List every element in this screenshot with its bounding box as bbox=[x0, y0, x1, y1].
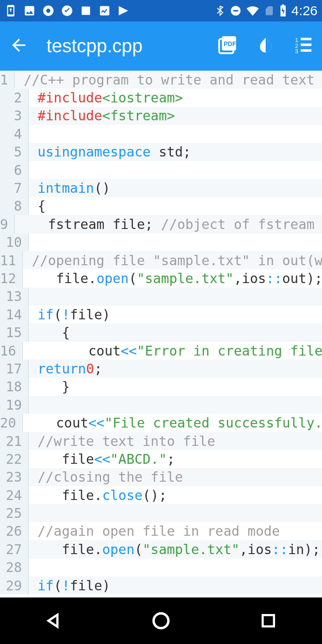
check-circle-icon bbox=[61, 4, 73, 17]
nav-back-button[interactable] bbox=[40, 607, 67, 634]
code-line[interactable]: 19 bbox=[0, 396, 322, 414]
code-content[interactable] bbox=[29, 161, 322, 179]
circle-home-icon bbox=[151, 611, 171, 631]
chart-icon bbox=[98, 4, 111, 17]
line-number: 19 bbox=[0, 396, 29, 414]
code-content[interactable]: #include <fstream> bbox=[29, 107, 322, 125]
line-number: 17 bbox=[0, 360, 29, 377]
code-line[interactable]: 23 //closing the file bbox=[0, 468, 322, 486]
code-line[interactable]: 25 bbox=[0, 504, 322, 522]
code-editor[interactable]: 1//C++ program to write and read text in… bbox=[0, 71, 322, 597]
code-line[interactable]: 18 } bbox=[0, 378, 322, 396]
battery-charging-icon bbox=[279, 4, 287, 17]
code-content[interactable]: //write text into file bbox=[29, 432, 322, 450]
svg-rect-17 bbox=[301, 49, 312, 52]
code-content[interactable]: if(!file) bbox=[29, 305, 322, 323]
code-line[interactable]: 16 cout<<"Error in creating file!!! bbox=[0, 342, 322, 360]
line-number: 22 bbox=[0, 450, 29, 468]
code-line[interactable]: 2#include <iostream> bbox=[0, 89, 322, 106]
bluetooth-icon bbox=[215, 5, 225, 16]
code-content[interactable] bbox=[29, 396, 322, 414]
svg-rect-8 bbox=[282, 4, 284, 5]
code-content[interactable] bbox=[29, 233, 322, 251]
back-button[interactable] bbox=[9, 35, 29, 57]
code-line[interactable]: 13 bbox=[0, 288, 322, 305]
line-number: 24 bbox=[0, 486, 29, 504]
line-number: 15 bbox=[0, 323, 29, 341]
line-number: 29 bbox=[0, 576, 29, 594]
svg-rect-16 bbox=[301, 43, 312, 46]
code-line[interactable]: 7int main() bbox=[0, 179, 322, 197]
svg-text:3: 3 bbox=[295, 48, 298, 55]
code-content[interactable]: file.open("sample.txt",ios::in); bbox=[29, 540, 322, 558]
code-content[interactable]: int main() bbox=[29, 179, 322, 197]
code-content[interactable]: fstream file; //object of fstream cl bbox=[15, 215, 322, 233]
theme-button[interactable] bbox=[256, 35, 275, 57]
code-line[interactable]: 12 file.open("sample.txt",ios::out); bbox=[0, 269, 322, 287]
file-title: testcpp.cpp bbox=[47, 35, 216, 57]
code-line[interactable]: 28 bbox=[0, 559, 322, 576]
line-number: 13 bbox=[0, 288, 29, 305]
wifi-icon bbox=[246, 4, 259, 17]
code-line[interactable]: 26 //again open file in read mode bbox=[0, 522, 322, 540]
code-content[interactable]: using namespace std; bbox=[29, 143, 322, 161]
line-number: 12 bbox=[0, 269, 23, 287]
status-left-icons bbox=[4, 4, 130, 17]
code-content[interactable] bbox=[29, 504, 322, 522]
android-nav-bar bbox=[0, 597, 322, 644]
line-number: 9 bbox=[0, 215, 15, 233]
line-number: 26 bbox=[0, 522, 29, 540]
code-line[interactable]: 6 bbox=[0, 161, 322, 179]
code-content[interactable] bbox=[29, 125, 322, 143]
code-line[interactable]: 8{ bbox=[0, 197, 322, 215]
code-content[interactable]: //closing the file bbox=[29, 468, 322, 486]
code-line[interactable]: 27 file.open("sample.txt",ios::in); bbox=[0, 540, 322, 558]
code-content[interactable]: if(!file) bbox=[29, 576, 322, 594]
code-line[interactable]: 14 if(!file) bbox=[0, 305, 322, 323]
code-line[interactable]: 9 fstream file; //object of fstream cl bbox=[0, 215, 322, 233]
code-line[interactable]: 17 return 0; bbox=[0, 360, 322, 377]
code-line[interactable]: 4 bbox=[0, 125, 322, 143]
code-content[interactable]: { bbox=[29, 197, 322, 215]
code-content[interactable] bbox=[29, 559, 322, 576]
nav-recent-button[interactable] bbox=[255, 607, 282, 634]
line-number: 27 bbox=[0, 540, 29, 558]
code-content[interactable]: file.close(); bbox=[29, 486, 322, 504]
code-content[interactable]: //again open file in read mode bbox=[29, 522, 322, 540]
code-content[interactable]: return 0; bbox=[29, 360, 322, 377]
code-line[interactable]: 15 { bbox=[0, 323, 322, 341]
code-content[interactable]: #include <iostream> bbox=[29, 89, 322, 106]
code-line[interactable]: 20 cout<<"File created successfully."<< bbox=[0, 414, 322, 432]
line-number: 10 bbox=[0, 233, 29, 251]
android-status-bar: 4:26 bbox=[0, 0, 322, 21]
code-content[interactable]: } bbox=[29, 378, 322, 396]
code-content[interactable]: file<<"ABCD."; bbox=[29, 450, 322, 468]
line-number: 25 bbox=[0, 504, 29, 522]
code-content[interactable] bbox=[29, 288, 322, 305]
sim-icon bbox=[264, 5, 275, 16]
pdf-button[interactable]: PDF bbox=[216, 34, 238, 58]
code-line[interactable]: 29 if(!file) bbox=[0, 576, 322, 594]
svg-rect-15 bbox=[301, 38, 312, 41]
code-line[interactable]: 22 file<<"ABCD."; bbox=[0, 450, 322, 468]
code-line[interactable]: 21 //write text into file bbox=[0, 432, 322, 450]
line-numbers-button[interactable]: 1 2 3 bbox=[293, 35, 313, 57]
code-content[interactable]: { bbox=[29, 323, 322, 341]
code-content[interactable]: //opening file "sample.txt" in out(w bbox=[23, 251, 322, 269]
code-content[interactable]: //C++ program to write and read text in bbox=[15, 71, 322, 89]
nav-home-button[interactable] bbox=[148, 607, 174, 634]
code-content[interactable]: cout<<"File created successfully."<< bbox=[23, 414, 322, 432]
code-line[interactable]: 3#include <fstream> bbox=[0, 107, 322, 125]
code-line[interactable]: 10 bbox=[0, 233, 322, 251]
code-content[interactable]: cout<<"Error in creating file!!! bbox=[23, 342, 322, 360]
code-line[interactable]: 5using namespace std; bbox=[0, 143, 322, 161]
line-number: 1 bbox=[0, 71, 15, 89]
square-recent-icon bbox=[260, 612, 277, 629]
invert-colors-icon bbox=[256, 35, 275, 55]
svg-rect-4 bbox=[100, 6, 110, 16]
code-line[interactable]: 24 file.close(); bbox=[0, 486, 322, 504]
code-line[interactable]: 1//C++ program to write and read text in bbox=[0, 71, 322, 89]
code-content[interactable]: file.open("sample.txt",ios::out); bbox=[23, 269, 322, 287]
code-line[interactable]: 11 //opening file "sample.txt" in out(w bbox=[0, 251, 322, 269]
dnd-icon bbox=[230, 5, 242, 17]
